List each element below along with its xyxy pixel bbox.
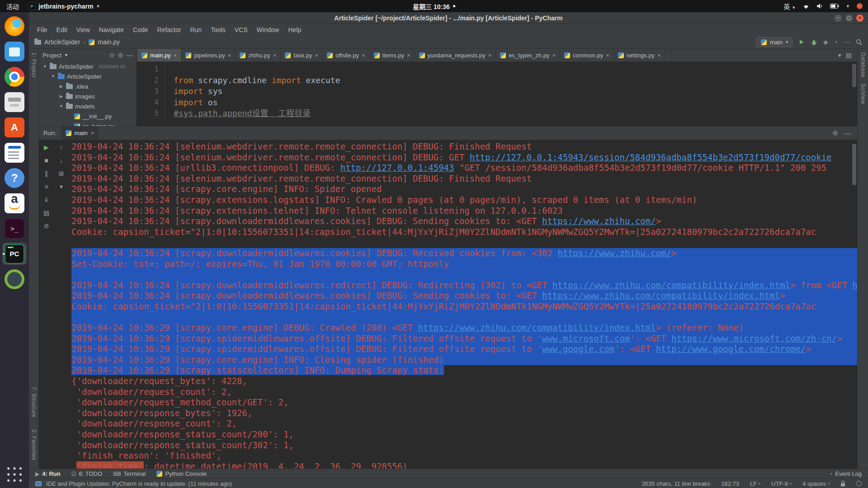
tab-es_types_zh.py[interactable]: es_types_zh.py× (496, 49, 560, 61)
status-message[interactable]: IDE and Plugin Updates: PyCharm is ready… (46, 480, 232, 487)
tab-pipelines.py[interactable]: pipelines.py× (181, 49, 236, 61)
console-link[interactable]: https://www.zhihu.com/ (852, 280, 857, 290)
close-tab-icon[interactable]: × (315, 52, 319, 59)
tree-item-ArticleSpider[interactable]: ▼ArticleSpider (39, 71, 136, 81)
menu-file[interactable]: File (33, 26, 52, 33)
volume-icon[interactable] (816, 3, 823, 9)
menu-navigate[interactable]: Navigate (94, 26, 128, 33)
launcher-files[interactable] (2, 40, 27, 62)
expand-arrow-icon[interactable]: ▼ (59, 104, 64, 108)
close-tab-icon[interactable]: × (657, 52, 661, 59)
lock-icon[interactable] (840, 481, 845, 487)
tree-item-__init__.py[interactable]: __init__.py (39, 111, 136, 121)
stop-icon[interactable]: ■ (44, 157, 48, 164)
console-link[interactable]: http://www.google.com/chrome/ (656, 344, 806, 354)
menu-run[interactable]: Run (185, 26, 206, 33)
console-link[interactable]: https://www.zhihu.com/compatibility/inde… (542, 291, 780, 300)
tool-window-button-terminal[interactable]: ⌨Terminal (113, 470, 146, 477)
settings-gear-icon[interactable] (118, 52, 123, 58)
down-stacktrace-icon[interactable]: ↓ (60, 157, 63, 164)
tree-item-ArticleSpider[interactable]: ▼ArticleSpidersources ro (39, 61, 136, 71)
close-tab-icon[interactable]: × (228, 52, 231, 59)
run-tab-main[interactable]: main × (61, 127, 99, 140)
tab-settings.py[interactable]: settings.py× (614, 49, 665, 61)
menu-code[interactable]: Code (128, 26, 152, 33)
tool-button-database[interactable]: Database (860, 52, 866, 77)
expand-arrow-icon[interactable]: ▶ (59, 84, 64, 89)
hector-inspections-icon[interactable] (856, 481, 862, 486)
launcher-chrome[interactable] (2, 66, 27, 88)
close-button[interactable]: ✕ (856, 14, 863, 22)
settings-gear-icon[interactable] (832, 130, 838, 136)
launcher-help[interactable] (2, 167, 27, 189)
tab-common.py[interactable]: common.py× (560, 49, 614, 61)
debug-button[interactable] (811, 39, 817, 46)
input-language-indicator[interactable]: 英 ▼ (783, 2, 796, 11)
console-link[interactable]: https://www.zhihu.com/ (542, 216, 656, 226)
menu-window[interactable]: Window (252, 26, 284, 33)
editor-code[interactable]: from scrapy.cmdline import executeimport… (165, 62, 857, 126)
tab-task.py[interactable]: task.py× (281, 49, 323, 61)
tree-item-es_types.py[interactable]: es_types.py (39, 121, 136, 126)
profiler-button[interactable]: ◔ (834, 38, 838, 46)
event-log-button[interactable]: ◔Event Log (829, 470, 862, 477)
close-tab-icon[interactable]: × (407, 52, 410, 59)
tab-zhihu.py[interactable]: zhihu.py× (236, 49, 281, 61)
wifi-icon[interactable] (802, 3, 810, 9)
tree-item-images[interactable]: ▶images (39, 91, 136, 101)
tree-item-.idea[interactable]: ▶.idea (39, 81, 136, 91)
expand-arrow-icon[interactable]: ▶ (59, 94, 64, 99)
coverage-button[interactable]: ◈ (823, 38, 828, 46)
clock[interactable]: 星期三 10:36 (413, 2, 455, 11)
tool-button-structure[interactable]: 7: Structure (31, 387, 37, 418)
launcher-amazon[interactable] (2, 192, 27, 214)
menu-help[interactable]: Help (283, 26, 306, 33)
clear-all-icon[interactable]: ⊘ (44, 222, 49, 230)
tool-button-project[interactable]: 1: Project (31, 52, 37, 78)
tree-item-models[interactable]: ▼models (39, 101, 136, 111)
close-tab-icon[interactable]: × (488, 52, 491, 59)
close-tab-icon[interactable]: × (174, 52, 177, 59)
console-link[interactable]: https://www.zhihu.com/ (557, 248, 671, 258)
more-actions-button[interactable]: ⋯ (844, 38, 850, 46)
console-scrollbar[interactable] (852, 144, 856, 185)
project-view-select[interactable]: Project (42, 52, 61, 59)
close-tab-icon[interactable]: × (362, 52, 365, 59)
menu-view[interactable]: View (72, 26, 94, 33)
system-menu-chevron-icon[interactable]: ▼ (846, 4, 850, 9)
editor-scrollbar[interactable] (852, 64, 856, 87)
breadcrumb-file[interactable]: main.py (98, 38, 120, 46)
editor[interactable]: 12345 from scrapy.cmdline import execute… (137, 62, 857, 126)
console-link[interactable]: www.microsoft.com (542, 333, 630, 343)
rerun-icon[interactable]: ▶ (44, 144, 49, 151)
menu-tools[interactable]: Tools (206, 26, 230, 33)
tool-window-button-todo[interactable]: ☑6: TODO (71, 470, 102, 477)
launcher-remmina[interactable] (2, 268, 27, 290)
activities-button[interactable]: 活动 (6, 2, 19, 11)
launcher-libreoffice-writer[interactable] (2, 141, 27, 164)
soft-wrap-icon[interactable]: ≡ (44, 183, 48, 190)
console-link[interactable]: https://www.zhihu.com/compatibility/inde… (418, 323, 656, 333)
hide-panel-icon[interactable]: — (844, 130, 851, 137)
show-applications-button[interactable] (5, 465, 24, 483)
console-link[interactable]: http://127.0.0.1:45943/session/584d936ad… (470, 152, 832, 162)
expand-arrow-icon[interactable]: ▼ (51, 74, 56, 79)
scroll-to-end-icon[interactable]: ⇓ (44, 196, 49, 203)
split-editor-icon[interactable]: ▤ (846, 52, 852, 59)
title-bar[interactable]: ArticleSpider [~/project/ArticleSpider] … (29, 12, 868, 24)
up-stacktrace-icon[interactable]: ↑ (60, 144, 63, 151)
launcher-printer[interactable] (2, 91, 27, 113)
minimize-button[interactable]: − (835, 14, 842, 22)
menu-edit[interactable]: Edit (52, 26, 72, 33)
locate-file-icon[interactable]: ⊙ (109, 52, 115, 59)
console-link[interactable]: http://127.0.0.1:45943 (340, 163, 454, 173)
print-icon[interactable]: ▤ (43, 209, 49, 216)
pause-output-icon[interactable]: ∥ (45, 170, 48, 177)
run-configuration-select[interactable]: main ▾ (756, 37, 793, 47)
maximize-button[interactable]: ▢ (845, 14, 853, 22)
expand-arrow-icon[interactable]: ▼ (42, 64, 47, 69)
launcher-terminal[interactable] (2, 217, 27, 239)
close-tab-icon[interactable]: × (91, 130, 94, 136)
app-menu[interactable]: P jetbrains-pycharm ▼ (28, 2, 100, 10)
close-tab-icon[interactable]: × (273, 52, 277, 59)
